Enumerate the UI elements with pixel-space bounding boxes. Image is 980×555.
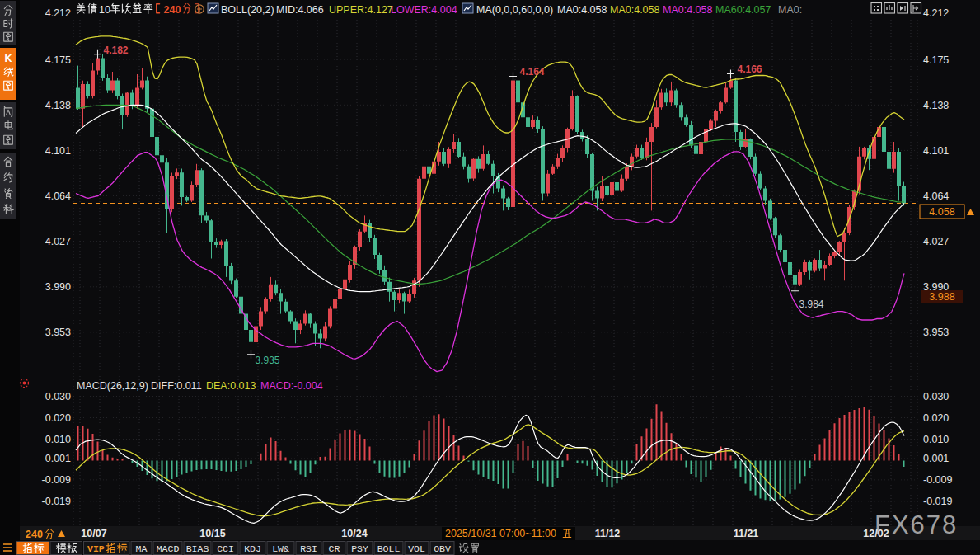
svg-text:11/21: 11/21 bbox=[734, 528, 759, 539]
svg-text:4.212: 4.212 bbox=[923, 7, 949, 19]
svg-text:3.953: 3.953 bbox=[923, 327, 949, 338]
svg-text:VIP: VIP bbox=[87, 543, 105, 554]
svg-text:BIAS: BIAS bbox=[186, 543, 209, 554]
svg-text:4.138: 4.138 bbox=[923, 100, 949, 111]
svg-text:4.164: 4.164 bbox=[520, 66, 545, 78]
svg-text:4.138: 4.138 bbox=[45, 100, 71, 111]
svg-text:-0.019: -0.019 bbox=[42, 496, 71, 507]
svg-text:4.064: 4.064 bbox=[45, 190, 71, 202]
svg-text:10/07: 10/07 bbox=[81, 528, 106, 539]
svg-text:OBV: OBV bbox=[434, 543, 451, 554]
svg-text:4.101: 4.101 bbox=[923, 145, 949, 157]
svg-text:MA(0,0,0,60,0,0): MA(0,0,0,60,0,0) bbox=[476, 4, 553, 16]
svg-text:4.175: 4.175 bbox=[923, 54, 949, 66]
svg-text:MACD:-0.004: MACD:-0.004 bbox=[260, 380, 323, 392]
svg-text:0.001: 0.001 bbox=[923, 453, 949, 464]
svg-text:3.935: 3.935 bbox=[256, 355, 280, 366]
svg-text:MA60:4.057: MA60:4.057 bbox=[715, 4, 771, 16]
svg-text:4.182: 4.182 bbox=[104, 45, 129, 56]
svg-text:MA: MA bbox=[136, 543, 148, 554]
svg-text:RSI: RSI bbox=[300, 543, 317, 554]
svg-text:MACD: MACD bbox=[157, 543, 180, 554]
svg-text:CCI: CCI bbox=[217, 543, 234, 554]
svg-text:3.988: 3.988 bbox=[929, 291, 954, 303]
svg-text:CR: CR bbox=[329, 543, 340, 554]
svg-text:-0.009: -0.009 bbox=[42, 474, 71, 486]
svg-text:BOLL(20,2): BOLL(20,2) bbox=[221, 4, 274, 16]
svg-text:0.020: 0.020 bbox=[923, 412, 949, 424]
svg-text:-0.009: -0.009 bbox=[923, 474, 952, 486]
svg-text:DIFF:0.011: DIFF:0.011 bbox=[151, 380, 202, 392]
svg-text:MA0:: MA0: bbox=[778, 4, 802, 16]
svg-text:PSY: PSY bbox=[351, 543, 368, 554]
svg-text:10/24: 10/24 bbox=[341, 528, 367, 539]
svg-text:LOWER:4.004: LOWER:4.004 bbox=[391, 4, 457, 16]
svg-text:MID:4.066: MID:4.066 bbox=[276, 4, 324, 16]
svg-text:4.101: 4.101 bbox=[45, 145, 71, 157]
svg-text:4.175: 4.175 bbox=[45, 54, 71, 66]
svg-text:KDJ: KDJ bbox=[244, 543, 261, 554]
svg-text:MACD(26,12,9): MACD(26,12,9) bbox=[77, 380, 148, 392]
svg-text:LW&: LW& bbox=[272, 543, 289, 554]
svg-text:3.984: 3.984 bbox=[799, 299, 824, 310]
svg-text:MA0:4.058: MA0:4.058 bbox=[663, 4, 713, 16]
svg-text:BOLL: BOLL bbox=[377, 543, 401, 554]
svg-text:DEA:0.013: DEA:0.013 bbox=[206, 380, 256, 392]
svg-text:0.010: 0.010 bbox=[923, 434, 949, 445]
svg-text:240: 240 bbox=[26, 529, 43, 540]
svg-text:0.020: 0.020 bbox=[45, 412, 71, 424]
svg-text:3.990: 3.990 bbox=[45, 281, 71, 293]
svg-text:0.010: 0.010 bbox=[45, 434, 71, 445]
svg-text:4.027: 4.027 bbox=[923, 236, 949, 247]
svg-text:2025/10/31 07:00~11:00: 2025/10/31 07:00~11:00 bbox=[445, 528, 556, 539]
svg-text:K: K bbox=[4, 53, 12, 64]
svg-text:4.212: 4.212 bbox=[45, 7, 71, 19]
svg-text:VOL: VOL bbox=[408, 543, 425, 554]
svg-text:MA0:4.058: MA0:4.058 bbox=[557, 4, 607, 16]
svg-text:12/02: 12/02 bbox=[863, 528, 889, 539]
svg-text:11/12: 11/12 bbox=[595, 528, 621, 539]
svg-text:UPPER:4.127: UPPER:4.127 bbox=[329, 4, 393, 16]
svg-text:0.001: 0.001 bbox=[45, 453, 71, 464]
svg-text:4.166: 4.166 bbox=[738, 63, 762, 75]
svg-text:10/15: 10/15 bbox=[199, 528, 225, 539]
svg-text:240: 240 bbox=[164, 4, 181, 16]
svg-text:4.058: 4.058 bbox=[929, 206, 954, 218]
svg-text:0.030: 0.030 bbox=[45, 391, 71, 402]
svg-text:4.027: 4.027 bbox=[45, 236, 71, 247]
svg-text:10: 10 bbox=[99, 4, 110, 16]
svg-text:0.030: 0.030 bbox=[923, 391, 949, 402]
svg-text:4.064: 4.064 bbox=[923, 190, 949, 202]
svg-text:3.953: 3.953 bbox=[45, 327, 71, 338]
svg-text:MA0:4.058: MA0:4.058 bbox=[610, 4, 660, 16]
svg-text:-0.019: -0.019 bbox=[923, 496, 952, 507]
